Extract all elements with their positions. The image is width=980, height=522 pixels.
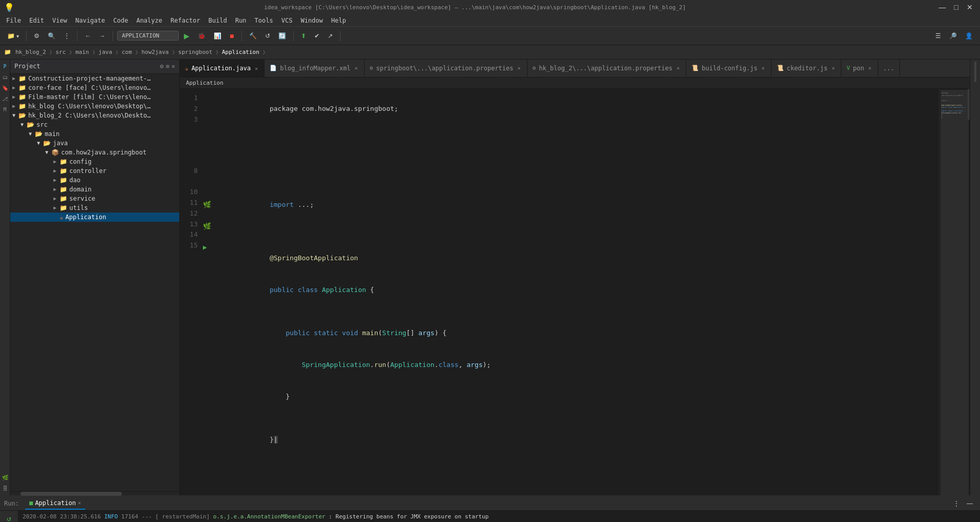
menu-navigate[interactable]: Navigate — [71, 16, 109, 25]
maximize-button[interactable]: □ — [951, 2, 962, 12]
project-button[interactable]: 📁 ▾ — [4, 30, 22, 42]
tree-item-application[interactable]: ▶ ☕ Application — [10, 212, 179, 222]
search-button[interactable]: 🔍 — [45, 30, 59, 42]
tab-more[interactable]: ... — [878, 60, 900, 77]
tab-application-java[interactable]: ☕ Application.java ✕ — [180, 60, 265, 77]
user-button[interactable]: 👤 — [962, 30, 976, 42]
tree-item-utils[interactable]: ▶ 📁 utils — [10, 203, 179, 212]
grid-button[interactable]: ☰ — [932, 30, 944, 42]
tab-blog-info-mapper[interactable]: 📄 blog_infoMapper.xml ✕ — [265, 60, 364, 77]
tree-item-construction[interactable]: ▶ 📁 Construction-project-management-syst… — [10, 74, 179, 83]
more-button[interactable]: ⋮ — [61, 30, 73, 42]
nav-java[interactable]: java — [99, 49, 112, 55]
run-panel-more-button[interactable]: ⋮ — [950, 498, 963, 509]
tree-item-package[interactable]: ▼ 📦 com.how2java.springboot — [10, 148, 179, 157]
run-button[interactable]: ▶ — [181, 30, 193, 42]
tree-item-domain[interactable]: ▶ 📁 domain — [10, 185, 179, 194]
tree-item-hk-blog-2[interactable]: ▼ 📂 hk_blog_2 C:\Users\lenovo\Desktop\id… — [10, 111, 179, 120]
tab-close-application[interactable]: ✕ — [254, 65, 259, 72]
reload-button[interactable]: ↺ — [262, 30, 273, 42]
stop-button[interactable]: ■ — [227, 30, 237, 42]
nav-springboot[interactable]: springboot — [178, 49, 212, 55]
tab-build-config[interactable]: 📜 build-config.js ✕ — [686, 60, 771, 77]
find-action-button[interactable]: 🔎 — [946, 30, 960, 42]
forward-button[interactable]: → — [96, 30, 108, 42]
folder-icon-core-face: 📁 — [18, 84, 26, 91]
run-panel-minimize-button[interactable]: — — [964, 498, 976, 509]
tree-item-core-face[interactable]: ▶ 📁 core-face [face] C:\Users\lenovo\Des… — [10, 83, 179, 92]
vcs-commit-button[interactable]: ✔ — [311, 30, 323, 42]
settings-button[interactable]: ⚙ — [31, 30, 43, 42]
tree-item-hk-blog[interactable]: ▶ 📁 hk_blog C:\Users\lenovo\Desktop\idea… — [10, 102, 179, 111]
menu-edit[interactable]: Edit — [25, 16, 48, 25]
tab-close-springboot-props[interactable]: ✕ — [517, 65, 522, 71]
menu-run[interactable]: Run — [231, 16, 251, 25]
build-project-button[interactable]: 🔨 — [246, 30, 260, 42]
tab-springboot-props[interactable]: ⚙ springboot\...\application.properties … — [365, 60, 527, 77]
project-expand-icon[interactable]: ≡ — [166, 63, 169, 70]
tab-close-pon[interactable]: ✕ — [868, 65, 873, 71]
back-button[interactable]: ← — [82, 30, 94, 42]
nav-hk-blog-2[interactable]: hk_blog_2 — [15, 49, 46, 55]
tree-label-java: java — [53, 140, 68, 147]
tab-ckeditor[interactable]: 📜 ckeditor.js ✕ — [771, 60, 842, 77]
project-close-icon[interactable]: ✕ — [172, 63, 175, 70]
menu-refactor[interactable]: Refactor — [166, 16, 204, 25]
menu-vcs[interactable]: VCS — [277, 16, 297, 25]
folder-icon-utils: 📁 — [60, 204, 67, 211]
tree-item-java[interactable]: ▼ 📂 java — [10, 139, 179, 148]
nav-com[interactable]: com — [122, 49, 132, 55]
run-config-selector[interactable]: APPLICATION — [117, 31, 179, 41]
tree-arrow-dao: ▶ — [53, 177, 59, 183]
gutter-spring-icon[interactable]: 🌿 — [203, 200, 211, 210]
sidebar-database-icon[interactable]: 🗄 — [2, 484, 9, 493]
rerun-button[interactable]: ↺ — [5, 513, 12, 522]
run-tab-application[interactable]: ■ Application ✕ — [25, 497, 85, 510]
vcs-update-button[interactable]: ⬆ — [298, 30, 309, 42]
nav-application[interactable]: Application — [222, 49, 259, 55]
menu-file[interactable]: File — [2, 16, 25, 25]
menu-tools[interactable]: Tools — [251, 16, 277, 25]
tab-hk-blog-2-props[interactable]: ⚙ hk_blog_2\...\application.properties ✕ — [527, 60, 687, 77]
tree-item-src[interactable]: ▼ 📂 src — [10, 120, 179, 129]
gutter-spring-icon-2[interactable]: 🌿 — [203, 221, 211, 232]
menu-window[interactable]: Window — [296, 16, 327, 25]
gutter-run-icon[interactable]: ▶ — [203, 242, 211, 253]
tab-close-ckeditor[interactable]: ✕ — [831, 65, 836, 71]
nav-main[interactable]: main — [76, 49, 89, 55]
close-button[interactable]: ✕ — [964, 2, 976, 12]
menu-analyze[interactable]: Analyze — [132, 16, 166, 25]
tab-close-hk-blog-2-props[interactable]: ✕ — [675, 65, 681, 71]
code-editor[interactable]: 🌿 🌿 ▶ package com.how2java.springboot; — [203, 89, 939, 495]
tree-item-service[interactable]: ▶ 📁 service — [10, 194, 179, 203]
sync-button[interactable]: 🔄 — [275, 30, 289, 42]
menu-view[interactable]: View — [48, 16, 71, 25]
tree-item-controller[interactable]: ▶ 📁 controller — [10, 166, 179, 176]
menu-help[interactable]: Help — [327, 16, 350, 25]
sidebar-structure-icon[interactable]: 🗂 — [2, 72, 9, 82]
vcs-push-button[interactable]: ↗ — [325, 30, 336, 42]
sidebar-project-icon[interactable]: P — [2, 62, 7, 71]
run-with-coverage-button[interactable]: 📊 — [211, 30, 224, 42]
tab-pon[interactable]: V pon ✕ — [841, 60, 878, 77]
nav-src[interactable]: src — [55, 49, 66, 55]
tree-item-main[interactable]: ▼ 📂 main — [10, 129, 179, 139]
minimize-button[interactable]: — — [936, 2, 949, 12]
menu-code[interactable]: Code — [109, 16, 133, 25]
tree-item-dao[interactable]: ▶ 📁 dao — [10, 176, 179, 185]
nav-how2java[interactable]: how2java — [141, 49, 168, 55]
debug-button[interactable]: 🐞 — [195, 30, 209, 42]
tab-close-blog-info-mapper[interactable]: ✕ — [354, 65, 359, 71]
tab-close-build-config[interactable]: ✕ — [761, 65, 766, 71]
sidebar-spring-icon[interactable]: 🌿 — [1, 473, 9, 482]
tree-label-src: src — [36, 121, 48, 128]
sidebar-git-icon[interactable]: ⎇ — [1, 94, 9, 104]
project-gear-icon[interactable]: ⚙ — [160, 63, 163, 70]
tree-item-film-master[interactable]: ▶ 📁 Film-master [film] C:\Users\lenovo\D… — [10, 92, 179, 102]
sidebar-bookmark-icon[interactable]: 🔖 — [1, 83, 9, 93]
tree-item-config[interactable]: ▶ 📁 config — [10, 157, 179, 166]
tab-icon-springboot-props: ⚙ — [370, 65, 373, 71]
sidebar-maven-icon[interactable]: M — [2, 105, 7, 114]
run-tab-close[interactable]: ✕ — [78, 500, 81, 506]
menu-build[interactable]: Build — [204, 16, 231, 25]
